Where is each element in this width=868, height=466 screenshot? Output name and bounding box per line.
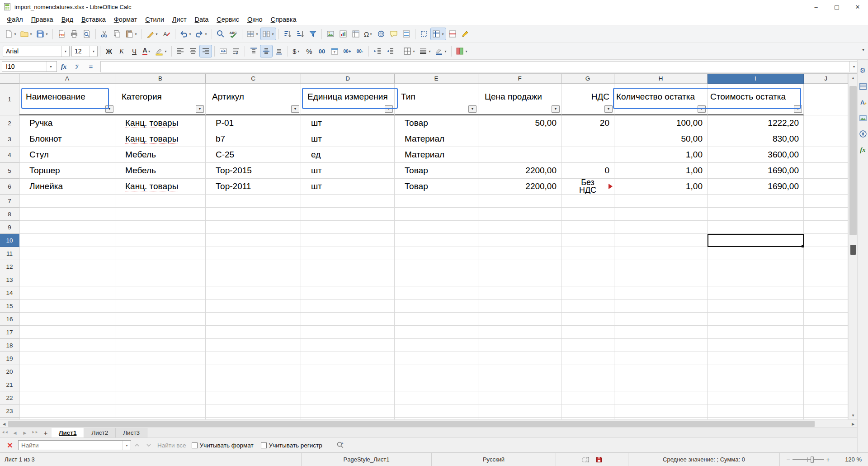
menu-help[interactable]: Справка (267, 14, 301, 24)
draw-functions-button[interactable] (459, 28, 472, 40)
cell-c6[interactable]: Тор-2011 (206, 179, 301, 195)
clone-formatting-button[interactable]: ▾ (144, 28, 160, 40)
autofilter-dropdown-f[interactable]: ▼ (552, 105, 560, 113)
empty-cells-row[interactable] (19, 326, 848, 339)
cell-f1[interactable]: Цена продажи▼ (478, 84, 561, 115)
find-previous-button[interactable] (131, 440, 143, 451)
cell-f3[interactable] (478, 131, 561, 147)
cell-h6[interactable]: 1,00 (614, 179, 708, 195)
empty-cells-row[interactable] (19, 195, 848, 208)
open-button[interactable]: ▾ (19, 28, 34, 40)
empty-cells-row[interactable] (19, 247, 848, 260)
cell-j5[interactable] (804, 163, 848, 179)
name-box[interactable]: ▾ (2, 61, 57, 72)
cell-g3[interactable] (561, 131, 614, 147)
toolbar-overflow-button[interactable]: ▾ (862, 47, 864, 52)
cell-a2[interactable]: Ручка (19, 115, 115, 131)
menu-file[interactable]: Файл (3, 14, 27, 24)
chevron-down-icon[interactable]: ▾ (61, 46, 69, 57)
row-header-2[interactable]: 2 (0, 115, 19, 131)
chevron-down-icon[interactable]: ▾ (123, 441, 131, 450)
styles-panel-icon[interactable]: A (859, 98, 868, 107)
cell-i1[interactable]: Стоимость остатка▼ (708, 84, 804, 115)
autofilter-dropdown-i[interactable]: ▼ (794, 105, 802, 113)
cell-a4[interactable]: Стул (19, 147, 115, 163)
highlight-color-button[interactable]: ▾ (153, 45, 169, 57)
cell-h1[interactable]: Количество остатка▼ (614, 84, 708, 115)
row-header-18[interactable]: 18 (0, 339, 19, 352)
cell-c4[interactable]: С-25 (206, 147, 301, 163)
italic-button[interactable]: К (115, 45, 128, 57)
cell-a5[interactable]: Торшер (19, 163, 115, 179)
format-number-button[interactable]: 00 (316, 45, 328, 57)
cell-b5[interactable]: Мебель (115, 163, 206, 179)
column-header-d[interactable]: D (301, 74, 395, 84)
chevron-down-icon[interactable]: ▾ (47, 62, 55, 71)
row-header-22[interactable]: 22 (0, 391, 19, 404)
row-header-3[interactable]: 3 (0, 131, 19, 147)
last-sheet-button[interactable]: ⯈⯈ (30, 428, 40, 437)
cell-j4[interactable] (804, 147, 848, 163)
cell-e2[interactable]: Товар (395, 115, 478, 131)
cell-reference-input[interactable] (2, 63, 47, 70)
autofilter-dropdown-g[interactable]: ▼ (604, 105, 613, 113)
cell-i5[interactable]: 1690,00 (708, 163, 804, 179)
font-size-combobox[interactable]: 12▾ (71, 46, 98, 57)
empty-cells-row[interactable] (19, 313, 848, 326)
checkbox-icon[interactable] (261, 442, 267, 448)
row-header-20[interactable]: 20 (0, 365, 19, 378)
sheet-tab-3[interactable]: Лист3 (116, 428, 147, 437)
paste-button[interactable]: ▾ (123, 28, 139, 40)
empty-cells-row[interactable] (19, 365, 848, 378)
special-character-button[interactable]: Ω▾ (362, 28, 375, 40)
redo-button[interactable]: ▾ (193, 28, 209, 40)
cell-a1[interactable]: Наименование▼ (19, 84, 115, 115)
vertical-scrollbar[interactable]: ▲ ▼ (848, 74, 857, 419)
menu-sheet[interactable]: Лист (168, 14, 191, 24)
valign-bottom-button[interactable] (273, 45, 285, 57)
new-document-button[interactable]: ▾ (3, 28, 19, 40)
empty-cells-row[interactable] (19, 286, 848, 300)
functions-panel-icon[interactable]: fx (859, 145, 868, 154)
cell-g4[interactable] (561, 147, 614, 163)
previous-sheet-button[interactable]: ◀ (10, 428, 20, 437)
gallery-panel-icon[interactable] (859, 114, 868, 123)
borders-button[interactable]: ▾ (401, 45, 417, 57)
cell-d2[interactable]: шт (301, 115, 395, 131)
match-case-checkbox[interactable]: Учитывать регистр (261, 442, 322, 449)
empty-cells-row[interactable] (19, 300, 848, 313)
row-header-4[interactable]: 4 (0, 147, 19, 163)
cell-h3[interactable]: 50,00 (614, 131, 708, 147)
autofilter-dropdown-b[interactable]: ▼ (196, 105, 204, 113)
column-header-b[interactable]: B (115, 74, 206, 84)
sheet-tab-2[interactable]: Лист2 (84, 428, 116, 437)
row-header-10-selected[interactable]: 10 (0, 234, 19, 247)
row-header-21[interactable]: 21 (0, 378, 19, 391)
cell-e1[interactable]: Тип▼ (395, 84, 478, 115)
maximize-button[interactable]: ▢ (826, 0, 847, 14)
column-header-i-selected[interactable]: I (708, 74, 804, 84)
format-date-button[interactable]: 7 (328, 45, 341, 57)
decrease-indent-button[interactable] (384, 45, 396, 57)
column-header-a[interactable]: A (19, 74, 115, 84)
export-pdf-button[interactable]: PDF (55, 28, 68, 40)
cell-b6[interactable]: Канц. товары (115, 179, 206, 195)
cell-b4[interactable]: Мебель (115, 147, 206, 163)
empty-cells-row[interactable] (19, 208, 848, 221)
cell-d6[interactable]: шт (301, 179, 395, 195)
menu-window[interactable]: Окно (243, 14, 267, 24)
cell-f2[interactable]: 50,00 (478, 115, 561, 131)
scroll-left-arrow[interactable]: ◀ (0, 420, 8, 428)
row-header-5[interactable]: 5 (0, 163, 19, 179)
insert-comment-button[interactable] (387, 28, 400, 40)
column-header-g[interactable]: G (561, 74, 614, 84)
select-sum-button[interactable]: Σ (71, 61, 84, 72)
sort-descending-button[interactable] (294, 28, 307, 40)
cell-h5[interactable]: 1,00 (614, 163, 708, 179)
empty-cells-row[interactable] (19, 273, 848, 286)
print-button[interactable] (68, 28, 80, 40)
chevron-down-icon[interactable]: ▾ (90, 46, 97, 57)
row-header-17[interactable]: 17 (0, 326, 19, 339)
cell-d4[interactable]: ед (301, 147, 395, 163)
cell-j3[interactable] (804, 131, 848, 147)
